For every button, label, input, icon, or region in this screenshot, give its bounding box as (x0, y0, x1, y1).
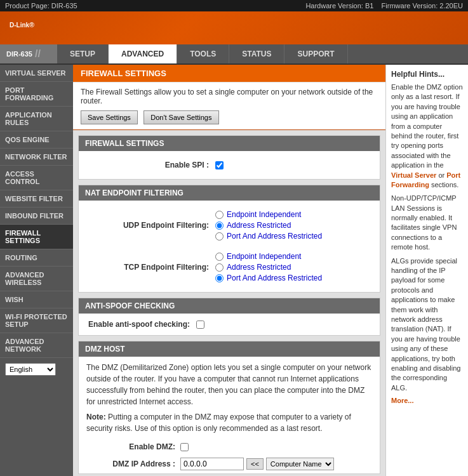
enable-spi-checkbox[interactable] (215, 161, 224, 169)
nat-filtering-content: UDP Endpoint Filtering: Endpoint Indepen… (79, 201, 380, 292)
udp-option-endpoint-independent[interactable]: Endpoint Independent (215, 210, 322, 219)
sidebar-item-advanced-wireless[interactable]: ADVANCED WIRELESS (0, 267, 73, 291)
dmz-ip-input[interactable] (180, 458, 244, 470)
help-link-virtual-server[interactable]: Virtual Server (391, 171, 436, 179)
tcp-filtering-row: TCP Endpoint Filtering: Endpoint Indepen… (88, 249, 370, 286)
anti-spoof-section: ANTI-SPOOF CHECKING Enable anti-spoof ch… (78, 298, 380, 336)
help-title: Helpful Hints... (391, 70, 463, 79)
content-area: FIREWALL SETTINGS The Firewall Settings … (73, 65, 385, 476)
udp-option-port-address-restricted[interactable]: Port And Address Restricted (215, 232, 322, 241)
firewall-settings-section: FIREWALL SETTINGS Enable SPI : (78, 135, 380, 180)
dmz-computer-dropdown[interactable]: Computer Name (266, 458, 334, 470)
tcp-label: TCP Endpoint Filtering: (95, 263, 209, 272)
tcp-radio-group: Endpoint Independent Address Restricted … (215, 252, 322, 282)
anti-spoof-content: Enable anti-spoof checking: (79, 314, 380, 335)
anti-spoof-title: ANTI-SPOOF CHECKING (79, 298, 380, 314)
sidebar-item-wish[interactable]: WISH (0, 291, 73, 308)
tab-advanced[interactable]: ADVANCED (109, 44, 177, 63)
enable-spi-label: Enable SPI : (95, 161, 209, 169)
sidebar-item-routing[interactable]: ROUTING (0, 249, 73, 267)
anti-spoof-checkbox[interactable] (196, 321, 204, 329)
udp-label: UDP Endpoint Filtering: (95, 221, 209, 230)
dont-save-settings-button[interactable]: Don't Save Settings (144, 110, 218, 124)
sidebar-item-wifi-protected[interactable]: WI-FI PROTECTED SETUP (0, 308, 73, 333)
sidebar: VIRTUAL SERVER PORT FORWARDING APPLICATI… (0, 65, 73, 476)
page-header-title: FIREWALL SETTINGS (73, 65, 385, 82)
dmz-section: DMZ HOST The DMZ (Demilitarized Zone) op… (78, 341, 380, 474)
help-para-3: ALGs provide special handling of the IP … (391, 256, 463, 393)
sidebar-item-firewall-settings[interactable]: FIREWALL SETTINGS (0, 225, 73, 249)
top-bar: Product Page: DIR-635 Hardware Version: … (0, 0, 468, 11)
sidebar-item-website-filter[interactable]: WEBSITE FILTER (0, 190, 73, 208)
udp-filtering-row: UDP Endpoint Filtering: Endpoint Indepen… (88, 207, 370, 244)
sidebar-item-application-rules[interactable]: APPLICATION RULES (0, 107, 73, 131)
page-header-box: FIREWALL SETTINGS The Firewall Settings … (73, 65, 385, 130)
sidebar-item-virtual-server[interactable]: VIRTUAL SERVER (0, 65, 73, 82)
dmz-ip-row: DMZ IP Address : << Computer Name (79, 454, 380, 473)
dmz-arrow-button[interactable]: << (246, 458, 264, 470)
enable-spi-row: Enable SPI : (88, 157, 370, 173)
firewall-settings-content: Enable SPI : (79, 151, 380, 179)
nat-filtering-section: NAT ENDPOINT FILTERING UDP Endpoint Filt… (78, 185, 380, 293)
nav-tabs: DIR-635 // SETUP ADVANCED TOOLS STATUS S… (0, 44, 468, 65)
help-more-link[interactable]: More... (391, 397, 463, 404)
dmz-enable-label: Enable DMZ: (86, 442, 175, 451)
help-panel: Helpful Hints... Enable the DMZ option o… (385, 65, 468, 476)
help-para-2: Non-UDP/TCP/ICMP LAN Sessions is normall… (391, 194, 463, 252)
firewall-settings-title: FIREWALL SETTINGS (79, 136, 380, 151)
nat-filtering-title: NAT ENDPOINT FILTERING (79, 185, 380, 201)
tab-support[interactable]: SUPPORT (284, 44, 347, 63)
tab-setup[interactable]: SETUP (57, 44, 109, 63)
help-para-1: Enable the DMZ option only as a last res… (391, 83, 463, 190)
dmz-description: The DMZ (Demilitarized Zone) option lets… (79, 357, 380, 439)
dmz-enable-checkbox[interactable] (180, 443, 189, 451)
udp-radio-group: Endpoint Independent Address Restricted … (215, 210, 322, 241)
tcp-option-port-address-restricted[interactable]: Port And Address Restricted (215, 274, 322, 282)
tcp-option-address-restricted[interactable]: Address Restricted (215, 263, 322, 272)
header: D-Link® (0, 11, 468, 44)
logo: D-Link® (10, 18, 34, 38)
anti-spoof-label: Enable anti-spoof checking: (88, 320, 190, 329)
dmz-ip-label: DMZ IP Address : (86, 459, 175, 468)
model-badge: DIR-635 // (0, 44, 57, 63)
sidebar-item-advanced-network[interactable]: ADVANCED NETWORK (0, 333, 73, 358)
main-layout: VIRTUAL SERVER PORT FORWARDING APPLICATI… (0, 65, 468, 476)
udp-option-address-restricted[interactable]: Address Restricted (215, 221, 322, 230)
product-label: Product Page: DIR-635 (5, 2, 77, 10)
hw-fw-label: Hardware Version: B1 Firmware Version: 2… (305, 2, 463, 10)
language-select-wrap: English (0, 358, 73, 381)
tcp-option-endpoint-independent[interactable]: Endpoint Independent (215, 252, 322, 261)
sidebar-item-port-forwarding[interactable]: PORT FORWARDING (0, 82, 73, 107)
page-header-desc: The Firewall Settings allow you to set a… (81, 88, 378, 105)
tab-status[interactable]: STATUS (229, 44, 284, 63)
dmz-title: DMZ HOST (79, 341, 380, 357)
sidebar-item-access-control[interactable]: ACCESS CONTROL (0, 166, 73, 190)
dmz-enable-row: Enable DMZ: (79, 439, 380, 454)
sidebar-item-qos-engine[interactable]: QOS ENGINE (0, 131, 73, 149)
language-select[interactable]: English (5, 363, 56, 376)
dmz-note: Note: Putting a computer in the DMZ may … (86, 411, 372, 434)
tab-tools[interactable]: TOOLS (177, 44, 229, 63)
sidebar-item-network-filter[interactable]: NETWORK FILTER (0, 149, 73, 166)
sidebar-item-inbound-filter[interactable]: INBOUND FILTER (0, 208, 73, 225)
save-settings-button[interactable]: Save Settings (81, 110, 138, 124)
